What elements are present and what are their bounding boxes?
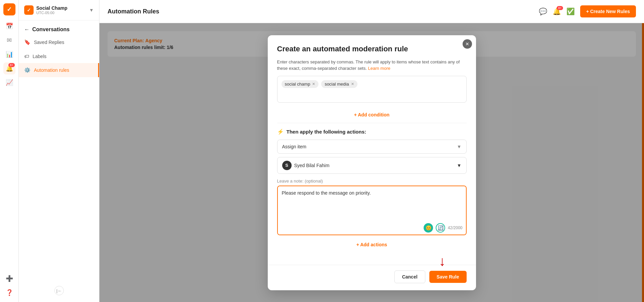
tag-icon: 🏷	[24, 53, 29, 59]
nav-analytics-icon[interactable]: 📊	[3, 48, 15, 60]
logo-button[interactable]: ✓	[3, 3, 15, 15]
modal-dialog: ✕ Create an automated moderation rule En…	[268, 35, 476, 290]
brand-header[interactable]: ✓ Social Champ UTC-05:00 ▼	[19, 0, 99, 20]
action-type-dropdown[interactable]: Assign item ▼	[277, 140, 467, 154]
modal-close-button[interactable]: ✕	[463, 39, 472, 49]
char-count: 42/2000	[448, 225, 462, 230]
action-type-label: Assign item	[282, 144, 306, 149]
tasks-icon-btn[interactable]: ✅	[566, 7, 575, 15]
arrow-indicator: ↓	[439, 254, 446, 269]
modal-footer: ↓ Cancel Save Rule	[268, 270, 476, 290]
assignee-avatar: S	[282, 161, 292, 170]
main-header: Automation Rules 💬 🔔 8+ ✅ + Create New R…	[99, 0, 644, 23]
add-actions-button[interactable]: + Add actions	[277, 238, 467, 251]
note-textarea[interactable]: Please respond to the message on priorit…	[278, 186, 466, 220]
assignee-name: Syed Bilal Fahim	[294, 163, 330, 168]
automation-badge: 8+	[8, 63, 14, 67]
section-title: Conversations	[32, 27, 70, 33]
icon-sidebar: ✓ 📅 ✉ 📊 🔔 8+ 📈 ➕ ❓	[0, 0, 19, 302]
brand-logo: ✓	[24, 5, 34, 15]
actions-section-header: ⚡ Then apply the following actions:	[277, 129, 467, 135]
brand-name-label: Social Champ	[36, 5, 68, 11]
note-label: Leave a note: (optional)	[277, 179, 467, 184]
assignee-info: S Syed Bilal Fahim	[282, 161, 330, 170]
section-header: ← Conversations	[19, 20, 99, 35]
nav-add-icon[interactable]: ➕	[3, 272, 15, 285]
modal-header: Create an automated moderation rule	[268, 35, 476, 59]
collapse-icon: |←	[54, 286, 64, 295]
lightning-icon: ⚡	[277, 129, 284, 135]
modal-title: Create an automated moderation rule	[277, 45, 467, 53]
sidebar-item-automation-rules[interactable]: ⚙️ Automation rules	[19, 63, 99, 77]
back-arrow-icon[interactable]: ←	[24, 27, 30, 33]
tag-social-champ-remove[interactable]: ✕	[312, 82, 315, 86]
main-area: Automation Rules 💬 🔔 8+ ✅ + Create New R…	[99, 0, 644, 302]
header-right: 💬 🔔 8+ ✅ + Create New Rules	[539, 5, 636, 17]
brand-chevron-icon: ▼	[89, 7, 94, 13]
automation-rules-label: Automation rules	[34, 67, 69, 73]
nav-send-icon[interactable]: ✉	[3, 34, 15, 46]
modal-backdrop: ✕ Create an automated moderation rule En…	[99, 23, 644, 302]
learn-more-link[interactable]: Learn more	[368, 66, 390, 71]
add-condition-button[interactable]: + Add condition	[277, 108, 467, 121]
tag-social-champ: social champ ✕	[282, 80, 319, 88]
emoji-button-1[interactable]: 😊	[424, 223, 433, 233]
saved-replies-label: Saved Replies	[34, 40, 64, 45]
tag-social-media: social media ✕	[321, 80, 357, 88]
collapse-sidebar-button[interactable]: |←	[19, 286, 99, 295]
automation-settings-icon: ⚙️	[24, 67, 31, 73]
note-footer: 😊 🔄 42/2000	[278, 221, 466, 235]
assignee-chevron-icon: ▼	[457, 163, 462, 168]
nav-sidebar: ✓ Social Champ UTC-05:00 ▼ ← Conversatio…	[19, 0, 99, 302]
brand-timezone: UTC-05:00	[36, 11, 68, 15]
actions-header-text: Then apply the following actions:	[287, 129, 367, 135]
save-rule-button[interactable]: Save Rule	[429, 271, 467, 283]
labels-label: Labels	[33, 54, 46, 59]
nav-automation-icon[interactable]: 🔔 8+	[3, 62, 15, 74]
messages-icon-btn[interactable]: 💬	[539, 7, 547, 15]
sidebar-item-labels[interactable]: 🏷 Labels	[19, 49, 99, 63]
notifications-icon-btn[interactable]: 🔔 8+	[553, 7, 561, 15]
bookmark-icon: 🔖	[24, 39, 31, 45]
create-new-rules-button[interactable]: + Create New Rules	[580, 5, 636, 17]
emoji-button-2[interactable]: 🔄	[436, 223, 445, 233]
notifications-badge: 8+	[557, 6, 563, 10]
nav-calendar-icon[interactable]: 📅	[3, 20, 15, 32]
nav-help-icon[interactable]: ❓	[3, 287, 15, 299]
page-title: Automation Rules	[108, 8, 159, 15]
main-content: Current Plan: Agency Automation rules li…	[99, 23, 644, 302]
tag-input-area[interactable]: social champ ✕ social media ✕	[277, 76, 467, 103]
note-textarea-wrap: Please respond to the message on priorit…	[277, 186, 467, 235]
nav-insights-icon[interactable]: 📈	[3, 77, 15, 89]
brand-info: Social Champ UTC-05:00	[36, 5, 68, 15]
sidebar-item-saved-replies[interactable]: 🔖 Saved Replies	[19, 35, 99, 49]
divider-1	[277, 123, 467, 123]
cancel-button[interactable]: Cancel	[394, 270, 425, 283]
modal-body: Enter characters separated by commas. Th…	[268, 59, 476, 262]
action-dropdown-chevron-icon: ▼	[457, 144, 462, 149]
tag-social-media-remove[interactable]: ✕	[351, 82, 354, 86]
assignee-dropdown[interactable]: S Syed Bilal Fahim ▼	[277, 157, 467, 174]
condition-description: Enter characters separated by commas. Th…	[277, 59, 467, 72]
